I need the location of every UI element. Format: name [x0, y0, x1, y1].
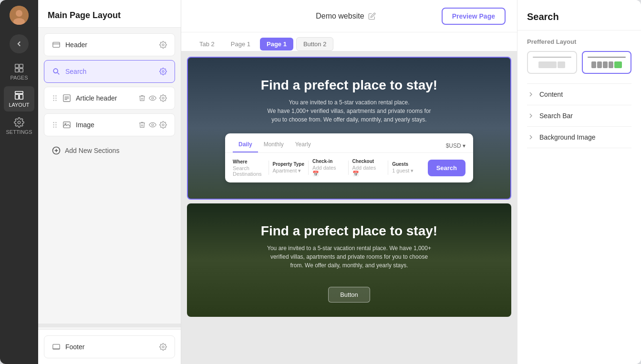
accordion-header-content[interactable]: Content: [527, 84, 631, 105]
hero-subtitle-2: You are invited to a 5-star vacation ren…: [263, 244, 435, 270]
tab-page1-active[interactable]: Page 1: [260, 38, 293, 51]
add-new-sections-button[interactable]: Add New Sections: [44, 140, 175, 161]
layout-option-2[interactable]: [582, 51, 632, 74]
avatar[interactable]: [10, 6, 29, 25]
tab-page1-first[interactable]: Page 1: [224, 38, 257, 51]
accordion-item-search-bar: Search Bar: [527, 105, 631, 127]
sidebar-item-pages[interactable]: PAGES: [4, 59, 34, 84]
search-widget: Daily Monthly Yearly $USD ▾ Where Search…: [225, 133, 473, 182]
section-item-article-header[interactable]: Article header: [44, 87, 175, 110]
article-drag-handle[interactable]: [52, 94, 58, 102]
search-field-checkout: Checkout Add dates 📅: [352, 159, 384, 177]
preview-content: Find a prefect place to stay! You are in…: [181, 51, 517, 364]
layout-panel-title: Main Page Layout: [38, 0, 181, 28]
layout-option-1[interactable]: [527, 51, 577, 74]
footer-section: Footer: [38, 329, 181, 364]
layout-icon: [14, 90, 24, 101]
article-preview-icon[interactable]: [149, 94, 156, 102]
settings-icon: [14, 117, 24, 128]
image-drag-handle[interactable]: [52, 121, 58, 129]
layout-panel: Main Page Layout Header: [38, 0, 181, 364]
image-actions: [138, 121, 167, 129]
svg-point-38: [162, 124, 164, 126]
hero-section-2: Find a prefect place to stay! You are in…: [187, 203, 511, 317]
article-actions: [138, 94, 167, 102]
search-tab-yearly[interactable]: Yearly: [289, 139, 317, 152]
accordion-item-content: Content: [527, 84, 631, 105]
hero-title-2: Find a prefect place to stay!: [261, 222, 437, 239]
svg-rect-4: [20, 64, 23, 68]
right-panel: Search Preffered Layout: [517, 0, 641, 364]
header-settings-icon[interactable]: [159, 41, 167, 49]
svg-rect-5: [15, 69, 19, 72]
sidebar-nav: PAGES LAYOUT SETTINGS: [0, 0, 38, 364]
right-panel-content: Preffered Layout: [517, 30, 641, 364]
svg-point-16: [162, 71, 164, 72]
chevron-right-content-icon: [527, 91, 535, 98]
search-tab-daily[interactable]: Daily: [233, 139, 258, 152]
svg-point-21: [53, 100, 54, 101]
field-divider-3: [348, 161, 349, 175]
chevron-right-search-bar-icon: [527, 112, 535, 120]
svg-point-33: [53, 127, 54, 128]
layout-options: [527, 51, 631, 74]
search-currency[interactable]: $USD ▾: [446, 139, 465, 152]
tab-button2[interactable]: Button 2: [296, 37, 333, 51]
preview-tabs: Tab 2 Page 1 Page 1 Button 2: [181, 32, 517, 51]
section-item-footer[interactable]: Footer: [44, 335, 175, 358]
add-icon: [52, 146, 61, 155]
footer-settings-icon[interactable]: [159, 343, 167, 351]
right-panel-title: Search: [517, 0, 641, 30]
header-icon: [52, 40, 61, 49]
preview-area: Demo website Preview Page Tab 2 Page 1 P…: [181, 0, 517, 364]
article-settings-icon[interactable]: [159, 94, 167, 102]
accordion-header-background-image[interactable]: Background Image: [527, 127, 631, 148]
search-button[interactable]: Search: [428, 160, 465, 176]
search-section-icon: [52, 67, 61, 76]
layout-sections: Header Search: [38, 28, 181, 322]
search-tab-monthly[interactable]: Monthly: [258, 139, 289, 152]
hero-button[interactable]: Button: [328, 287, 370, 303]
image-delete-icon[interactable]: [138, 121, 146, 129]
pages-icon: [14, 63, 24, 73]
svg-point-17: [53, 95, 54, 96]
sidebar-item-layout-label: LAYOUT: [9, 102, 29, 108]
search-actions: [159, 68, 167, 75]
article-delete-icon[interactable]: [138, 94, 146, 102]
field-divider-1: [269, 161, 269, 175]
search-settings-icon[interactable]: [159, 68, 167, 75]
accordion-item-background-image: Background Image: [527, 127, 631, 148]
tab-tab2[interactable]: Tab 2: [193, 38, 221, 51]
sidebar-item-layout[interactable]: LAYOUT: [4, 86, 34, 111]
svg-point-1: [16, 10, 22, 17]
section-divider: [38, 324, 181, 327]
search-field-guests: Guests 1 guest ▾: [392, 162, 424, 174]
image-icon: [62, 121, 71, 129]
svg-rect-9: [20, 94, 23, 99]
svg-point-28: [162, 97, 164, 99]
section-item-search[interactable]: Search: [44, 60, 175, 83]
accordion-header-search-bar[interactable]: Search Bar: [527, 105, 631, 126]
svg-point-37: [152, 124, 154, 126]
preview-title: Demo website: [316, 12, 375, 20]
image-preview-icon[interactable]: [149, 121, 156, 129]
svg-point-32: [55, 124, 56, 125]
section-item-image[interactable]: Image: [44, 113, 175, 136]
hero-title-1: Find a prefect place to stay!: [261, 77, 437, 93]
hero-section-1: Find a prefect place to stay! You are in…: [187, 57, 511, 200]
svg-rect-6: [20, 69, 23, 72]
section-item-header[interactable]: Header: [44, 33, 175, 56]
svg-point-30: [55, 122, 56, 123]
svg-point-20: [55, 98, 56, 99]
sidebar-item-pages-label: PAGES: [10, 75, 28, 81]
sidebar-item-settings[interactable]: SETTINGS: [4, 113, 34, 139]
svg-point-27: [152, 97, 154, 99]
svg-point-31: [53, 124, 54, 125]
preview-page-button[interactable]: Preview Page: [442, 8, 506, 25]
pencil-icon[interactable]: [368, 12, 376, 20]
field-divider-2: [308, 161, 309, 175]
field-divider-4: [388, 161, 388, 175]
back-button[interactable]: [10, 34, 29, 53]
svg-point-14: [53, 69, 58, 73]
image-settings-icon[interactable]: [159, 121, 167, 129]
